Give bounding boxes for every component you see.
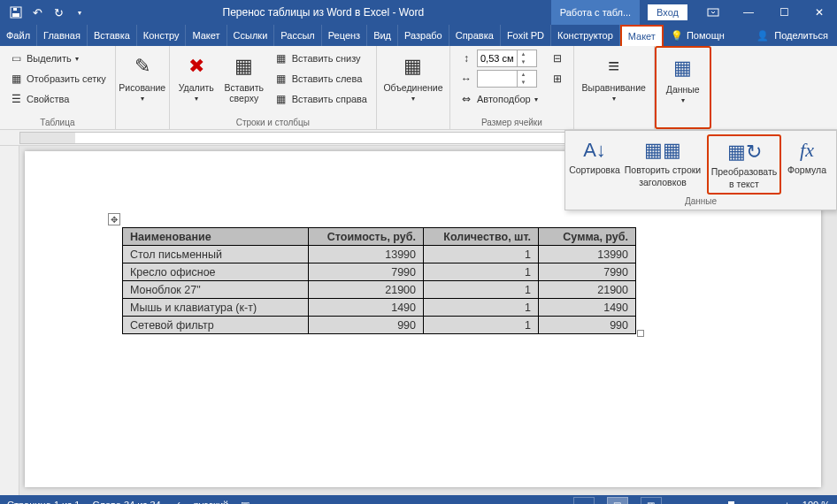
properties-button[interactable]: ☰Свойства bbox=[5, 89, 110, 109]
redo-icon[interactable]: ↻ bbox=[50, 4, 67, 21]
tab-review[interactable]: Реценз bbox=[322, 25, 367, 46]
table-cell[interactable]: 7990 bbox=[539, 263, 636, 281]
spellcheck-icon[interactable]: ✓ bbox=[173, 500, 181, 505]
insert-above-button[interactable]: ▦ Вставить сверху bbox=[219, 49, 269, 103]
table-cell[interactable]: 1490 bbox=[539, 299, 636, 317]
th-cost[interactable]: Стоимость, руб. bbox=[309, 228, 424, 246]
accessibility-icon[interactable]: ▣ bbox=[241, 500, 250, 505]
close-icon[interactable]: ✕ bbox=[802, 0, 837, 25]
view-print-icon[interactable]: ▤ bbox=[607, 497, 628, 504]
table-cell[interactable]: 13990 bbox=[539, 246, 636, 263]
table-header-row: Наименование Стоимость, руб. Количество,… bbox=[123, 228, 636, 246]
table-cell[interactable]: 13990 bbox=[309, 246, 424, 263]
login-button[interactable]: Вход bbox=[647, 4, 688, 21]
table-cell[interactable]: Мышь и клавиатура (к-т) bbox=[123, 299, 309, 317]
width-input[interactable] bbox=[478, 73, 517, 84]
zoom-level[interactable]: 100 % bbox=[802, 500, 830, 504]
view-read-icon[interactable]: ▭ bbox=[573, 497, 595, 504]
insert-right-button[interactable]: ▦Вставить справа bbox=[271, 89, 371, 109]
tab-insert[interactable]: Вставка bbox=[88, 25, 137, 46]
table-cell[interactable]: Кресло офисное bbox=[123, 263, 309, 281]
tab-foxit[interactable]: Foxit PD bbox=[501, 25, 551, 46]
table-cell[interactable]: 1 bbox=[424, 263, 539, 281]
table-cell[interactable]: 7990 bbox=[309, 263, 424, 281]
th-qty[interactable]: Количество, шт. bbox=[424, 228, 539, 246]
share-button[interactable]: 👤 Поделиться bbox=[748, 25, 837, 46]
status-language[interactable]: русский bbox=[194, 500, 228, 504]
table-cell[interactable]: 1 bbox=[424, 281, 539, 299]
table-cell[interactable]: Сетевой фильтр bbox=[123, 317, 309, 334]
data-button[interactable]: ▦ Данные▾ bbox=[662, 50, 704, 104]
table-cell[interactable]: 21900 bbox=[539, 281, 636, 299]
vertical-ruler[interactable] bbox=[0, 146, 19, 495]
tab-home[interactable]: Главная bbox=[37, 25, 88, 46]
group-draw: ✎ Рисование▾ bbox=[116, 46, 170, 129]
svg-rect-1 bbox=[12, 13, 19, 17]
tab-mailings[interactable]: Рассыл bbox=[274, 25, 321, 46]
insert-left-button[interactable]: ▦Вставить слева bbox=[271, 69, 371, 88]
sort-button[interactable]: A↓ Сортировка bbox=[571, 134, 618, 195]
table-cell[interactable]: 21900 bbox=[309, 281, 424, 299]
table-cell[interactable]: 1490 bbox=[309, 299, 424, 317]
merge-button[interactable]: ▦ Объединение▾ bbox=[382, 49, 444, 103]
tab-developer[interactable]: Разрабо bbox=[398, 25, 449, 46]
show-grid-button[interactable]: ▦Отобразить сетку bbox=[5, 69, 110, 88]
table-resize-handle[interactable] bbox=[637, 330, 644, 337]
status-page[interactable]: Страница 1 из 1 bbox=[7, 500, 80, 504]
table-row[interactable]: Сетевой фильтр9901990 bbox=[123, 317, 636, 334]
tab-table-layout[interactable]: Макет bbox=[620, 25, 664, 46]
tab-references[interactable]: Ссылки bbox=[227, 25, 275, 46]
table-cell[interactable]: Моноблок 27" bbox=[123, 281, 309, 299]
tab-layout1[interactable]: Макет bbox=[186, 25, 227, 46]
zoom-in-icon[interactable]: + bbox=[784, 500, 789, 504]
alignment-button[interactable]: ≡ Выравнивание▾ bbox=[580, 49, 649, 103]
data-table[interactable]: Наименование Стоимость, руб. Количество,… bbox=[122, 227, 636, 334]
autofit-button[interactable]: ⇔Автоподбор▾ bbox=[456, 89, 541, 109]
table-row[interactable]: Кресло офисное799017990 bbox=[123, 263, 636, 281]
table-cell[interactable]: 990 bbox=[309, 317, 424, 334]
col-width[interactable]: ↔ ▲▼ bbox=[456, 69, 541, 88]
row-height[interactable]: ↕ ▲▼ bbox=[456, 49, 541, 68]
help-search[interactable]: 💡 Помощн bbox=[664, 25, 732, 46]
table-cell[interactable]: 1 bbox=[424, 246, 539, 263]
view-web-icon[interactable]: ▦ bbox=[641, 497, 662, 504]
formula-button[interactable]: fx Формула bbox=[783, 134, 831, 195]
th-name[interactable]: Наименование bbox=[123, 228, 309, 246]
maximize-icon[interactable]: ☐ bbox=[766, 0, 802, 25]
table-cell[interactable]: 990 bbox=[539, 317, 636, 334]
table-move-handle[interactable]: ✥ bbox=[108, 213, 120, 225]
table-cell[interactable]: 1 bbox=[424, 299, 539, 317]
tab-design[interactable]: Констру bbox=[137, 25, 187, 46]
repeat-headers-button[interactable]: ▦▦ Повторить строки заголовков bbox=[620, 134, 705, 195]
tab-file[interactable]: Файл bbox=[0, 25, 37, 46]
svg-rect-3 bbox=[708, 9, 718, 16]
tab-table-design[interactable]: Конструктор bbox=[551, 25, 620, 46]
distribute-cols-button[interactable]: ⊞ bbox=[547, 69, 568, 88]
qat-dropdown-icon[interactable]: ▾ bbox=[71, 4, 88, 21]
insert-below-button[interactable]: ▦Вставить снизу bbox=[271, 49, 371, 68]
table-row[interactable]: Стол письменный13990113990 bbox=[123, 246, 636, 263]
table-cell[interactable]: Стол письменный bbox=[123, 246, 309, 263]
minimize-icon[interactable]: — bbox=[731, 0, 766, 25]
undo-icon[interactable]: ↶ bbox=[28, 4, 46, 21]
share-icon: 👤 bbox=[756, 30, 769, 42]
ribbon: ▭Выделить▾ ▦Отобразить сетку ☰Свойства Т… bbox=[0, 46, 837, 130]
zoom-out-icon[interactable]: − bbox=[674, 500, 680, 504]
height-input[interactable] bbox=[478, 53, 517, 64]
distribute-rows-button[interactable]: ⊟ bbox=[547, 49, 568, 68]
save-icon[interactable] bbox=[7, 4, 25, 21]
draw-button[interactable]: ✎ Рисование▾ bbox=[121, 49, 164, 103]
tab-help[interactable]: Справка bbox=[449, 25, 501, 46]
status-words[interactable]: Слово 34 из 34 bbox=[92, 500, 160, 504]
ribbon-options-icon[interactable] bbox=[695, 0, 731, 25]
select-button[interactable]: ▭Выделить▾ bbox=[5, 49, 110, 68]
grid-icon: ▦ bbox=[9, 72, 23, 86]
tab-view[interactable]: Вид bbox=[367, 25, 398, 46]
delete-button[interactable]: ✖ Удалить▾ bbox=[175, 49, 218, 103]
group-merge: ▦ Объединение▾ bbox=[377, 46, 450, 129]
table-row[interactable]: Моноблок 27"21900121900 bbox=[123, 281, 636, 299]
th-sum[interactable]: Сумма, руб. bbox=[539, 228, 636, 246]
convert-to-text-button[interactable]: ▦↻ Преобразовать в текст bbox=[707, 134, 781, 195]
table-cell[interactable]: 1 bbox=[424, 317, 539, 334]
table-row[interactable]: Мышь и клавиатура (к-т)149011490 bbox=[123, 299, 636, 317]
